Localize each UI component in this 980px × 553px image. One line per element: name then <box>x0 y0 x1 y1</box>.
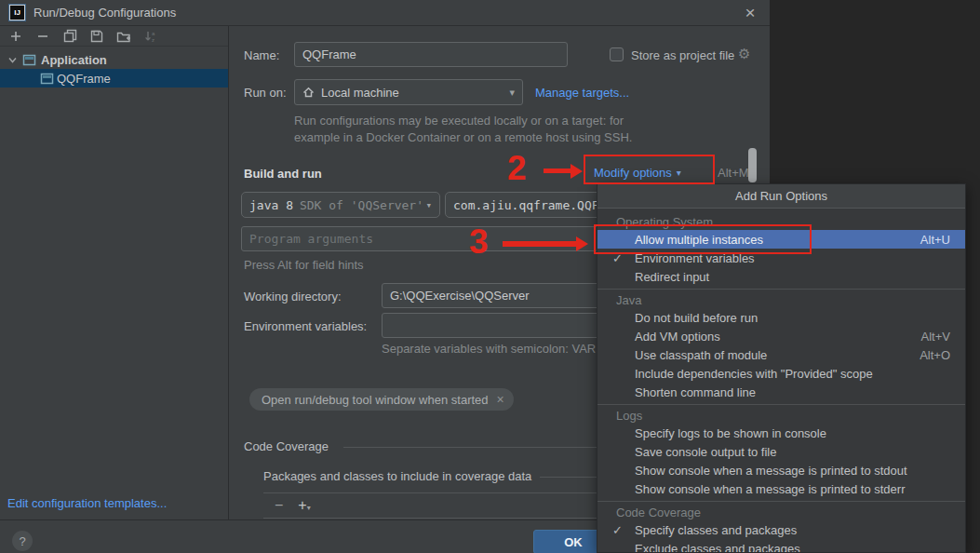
menu-item-save-console-output[interactable]: Save console output to file <box>597 442 965 461</box>
jre-value: java 8 <box>249 198 293 212</box>
svg-text:z: z <box>152 37 154 43</box>
menu-item-label: Add VM options <box>635 330 720 344</box>
menu-section-logs: Logs <box>597 408 965 424</box>
annotation-arrow-3 <box>503 241 577 247</box>
copy-configuration-icon[interactable] <box>62 29 77 44</box>
jre-select[interactable]: java 8 SDK of 'QQServer' m ▾ <box>241 192 440 218</box>
intellij-logo-icon: IJ <box>9 5 25 20</box>
run-on-hint-line1: Run configurations may be executed local… <box>294 114 624 128</box>
environment-variables-hint: Separate variables with semicolon: VAR <box>382 342 605 356</box>
coverage-include-label: Packages and classes to include in cover… <box>263 469 531 483</box>
coverage-include-rule <box>540 477 601 478</box>
jre-detail: SDK of 'QQServer' m <box>300 198 425 212</box>
run-on-hint-line2: example in a Docker Container or on a re… <box>294 130 632 144</box>
sort-configurations-icon[interactable]: az <box>143 29 158 44</box>
menu-item-label: Redirect input <box>635 270 709 284</box>
name-value: QQFrame <box>302 47 356 61</box>
menu-item-label: Shorten command line <box>635 385 756 399</box>
edit-configuration-templates-link[interactable]: Edit configuration templates... <box>7 496 167 510</box>
gear-icon[interactable]: ⚙ <box>738 46 750 62</box>
menu-item-exclude-classes[interactable]: Exclude classes and packages <box>597 539 965 553</box>
home-icon <box>302 87 315 98</box>
menu-item-specify-logs[interactable]: Specify logs to be shown in console <box>597 424 965 442</box>
menu-item-label: Show console when a message is printed t… <box>635 464 907 478</box>
add-configuration-icon[interactable] <box>8 29 23 44</box>
remove-tag-icon[interactable]: × <box>497 392 504 407</box>
menu-item-shortcut: Alt+U <box>920 233 950 247</box>
coverage-remove-icon[interactable]: − <box>275 497 283 514</box>
remove-configuration-icon[interactable] <box>35 29 50 44</box>
tree-group-application[interactable]: Application <box>0 50 228 69</box>
working-directory-label: Working directory: <box>244 290 342 303</box>
chevron-down-icon[interactable] <box>7 55 18 65</box>
name-label: Name: <box>244 48 279 62</box>
menu-separator <box>597 501 965 502</box>
run-on-select[interactable]: Local machine ▾ <box>294 79 523 105</box>
configurations-sidebar: az Application QQFrame Edit configuratio… <box>0 26 229 519</box>
build-and-run-heading: Build and run <box>244 167 322 181</box>
annotation-arrow-2 <box>544 169 571 173</box>
menu-item-label: Use classpath of module <box>635 348 767 362</box>
menu-item-use-classpath[interactable]: Use classpath of module Alt+O <box>597 345 965 364</box>
annotation-arrow-3-head <box>576 236 588 251</box>
menu-separator <box>597 404 965 405</box>
save-configuration-icon[interactable] <box>89 29 104 44</box>
close-icon[interactable]: × <box>740 4 760 21</box>
run-on-label: Run on: <box>244 86 287 100</box>
menu-item-label: Do not build before run <box>635 311 758 325</box>
environment-variables-input[interactable] <box>382 313 606 338</box>
menu-item-include-provided[interactable]: Include dependencies with "Provided" sco… <box>597 364 965 383</box>
working-directory-input[interactable]: G:\QQExercise\QQServer <box>382 283 606 308</box>
alt-hint-text: Press Alt for field hints <box>244 258 364 272</box>
working-directory-value: G:\QQExercise\QQServer <box>390 289 530 303</box>
code-coverage-heading: Code Coverage <box>244 439 329 453</box>
screenshot-root: IJ Run/Debug Configurations × az <box>0 0 980 553</box>
menu-item-label: Include dependencies with "Provided" sco… <box>635 367 873 381</box>
popup-title: Add Run Options <box>597 184 965 209</box>
open-tool-window-tag-label: Open run/debug tool window when started <box>262 393 489 407</box>
dialog-title: Run/Debug Configurations <box>34 6 176 20</box>
check-icon: ✓ <box>612 523 623 537</box>
menu-item-label: Specify classes and packages <box>635 523 797 537</box>
menu-item-do-not-build[interactable]: Do not build before run <box>597 308 965 327</box>
menu-item-show-console-stdout[interactable]: Show console when a message is printed t… <box>597 461 965 479</box>
environment-variables-label: Environment variables: <box>244 319 367 333</box>
annotation-box-modify-options <box>584 155 715 184</box>
annotation-step-3: 3 <box>469 224 489 259</box>
dialog-titlebar: IJ Run/Debug Configurations × <box>0 0 770 26</box>
dialog-scrollbar-thumb[interactable] <box>748 148 757 182</box>
application-type-icon <box>22 54 36 66</box>
menu-section-java: Java <box>597 292 965 308</box>
modify-options-shortcut: Alt+M <box>718 166 749 180</box>
tree-item-qqframe[interactable]: QQFrame <box>0 69 228 88</box>
code-coverage-rule <box>343 447 601 448</box>
menu-item-add-vm-options[interactable]: Add VM options Alt+V <box>597 327 965 345</box>
menu-item-show-console-stderr[interactable]: Show console when a message is printed t… <box>597 479 965 498</box>
main-class-input[interactable]: com.ajiu.qqframe.QQFram <box>445 192 605 218</box>
menu-item-shorten-command-line[interactable]: Shorten command line <box>597 383 965 401</box>
name-input[interactable]: QQFrame <box>294 42 568 67</box>
annotation-step-2: 2 <box>507 151 527 185</box>
sidebar-toolbar: az <box>0 26 228 47</box>
store-as-project-file-label: Store as project file <box>631 48 734 62</box>
menu-separator <box>597 289 965 290</box>
configurations-tree: Application QQFrame <box>0 47 228 88</box>
menu-section-code-coverage: Code Coverage <box>597 505 965 520</box>
menu-item-specify-classes[interactable]: ✓ Specify classes and packages <box>597 520 965 539</box>
menu-item-label: Save console output to file <box>635 445 777 459</box>
open-tool-window-tag[interactable]: Open run/debug tool window when started … <box>249 388 514 411</box>
manage-targets-link[interactable]: Manage targets... <box>535 86 629 100</box>
coverage-add-icon[interactable]: +▾ <box>298 497 310 514</box>
help-button[interactable]: ? <box>12 531 33 551</box>
run-on-value: Local machine <box>321 86 399 100</box>
tree-group-label: Application <box>41 53 107 67</box>
menu-item-label: Exclude classes and packages <box>635 542 800 553</box>
tree-item-label: QQFrame <box>57 72 111 86</box>
menu-item-label: Show console when a message is printed t… <box>635 482 906 496</box>
coverage-table-toolbar: − +▾ <box>263 492 602 519</box>
store-as-project-file-checkbox[interactable] <box>610 47 624 61</box>
move-to-folder-icon[interactable] <box>116 29 131 44</box>
menu-item-redirect-input[interactable]: Redirect input <box>597 267 965 286</box>
program-arguments-input[interactable]: Program arguments <box>241 226 606 251</box>
chevron-down-icon: ▾ <box>509 87 515 99</box>
